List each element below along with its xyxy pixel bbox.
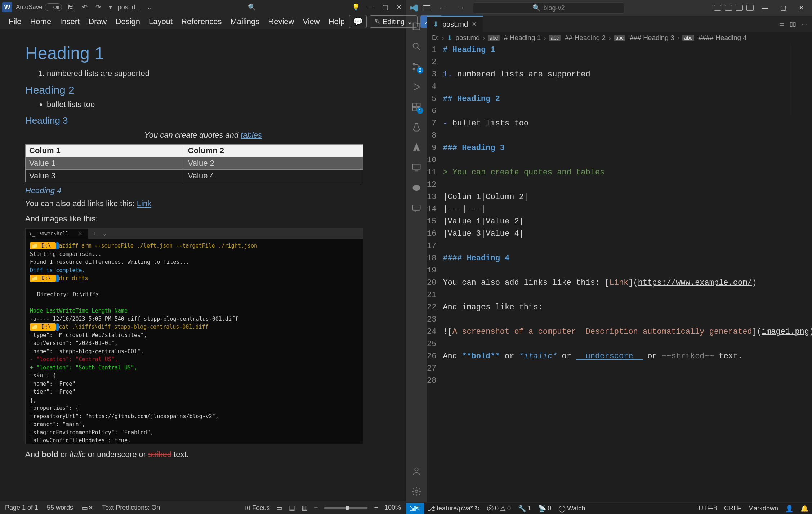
spellcheck-icon[interactable]: ▭✕ xyxy=(82,504,93,512)
code-content[interactable]: # Heading 1 1. numbered lists are suppor… xyxy=(443,44,812,502)
table-row: Value 1 Value 2 xyxy=(26,157,363,170)
minimap[interactable] xyxy=(790,44,812,116)
filename-chevron-icon[interactable]: ⌄ xyxy=(144,3,154,12)
sb-words[interactable]: 55 words xyxy=(47,504,73,511)
redo-icon[interactable]: ↷ xyxy=(93,3,103,12)
svg-point-12 xyxy=(415,490,418,493)
svg-rect-6 xyxy=(413,107,416,111)
sb-eol[interactable]: CRLF xyxy=(720,505,745,512)
menu-insert[interactable]: Insert xyxy=(55,15,84,28)
terminal-tab: ›_ PowerShell ✕ xyxy=(26,229,88,239)
editor-tab[interactable]: ⬇ post.md ✕ xyxy=(427,16,483,32)
source-control-icon[interactable]: 2 xyxy=(410,61,423,73)
sb-problems[interactable]: ⓧ 0 ⚠ 0 xyxy=(483,504,514,513)
menu-references[interactable]: References xyxy=(177,15,226,28)
zoom-out-button[interactable]: − xyxy=(314,504,318,511)
doc-ul-item: bullet lists too xyxy=(47,100,381,109)
menu-home[interactable]: Home xyxy=(26,15,55,28)
menu-review[interactable]: Review xyxy=(264,15,298,28)
hamburger-menu-icon[interactable] xyxy=(423,5,430,10)
code-editor[interactable]: 1 2 3 4 5 6 7 8 9 10 11 12 13 14 15 16 1… xyxy=(427,44,812,502)
svg-point-11 xyxy=(415,468,418,471)
menu-file[interactable]: File xyxy=(4,15,26,28)
search-icon[interactable] xyxy=(410,40,423,53)
nav-forward-button[interactable]: → xyxy=(454,2,468,14)
zoom-in-button[interactable]: + xyxy=(374,504,378,511)
layout-panel-icon[interactable] xyxy=(725,5,732,11)
remote-indicator[interactable]: ⇲⇱ xyxy=(406,503,424,514)
customize-qat-icon[interactable]: ▾ xyxy=(107,3,114,12)
minimize-button[interactable]: — xyxy=(366,3,376,12)
web-layout-icon[interactable]: ▦ xyxy=(302,504,308,512)
layout-customize-icon[interactable] xyxy=(746,5,754,11)
save-icon[interactable]: 🖫 xyxy=(66,3,76,12)
copilot-icon[interactable] xyxy=(410,182,423,194)
sb-page[interactable]: Page 1 of 1 xyxy=(5,504,38,511)
menu-mailings[interactable]: Mailings xyxy=(226,15,264,28)
vscode-app: ← → 🔍 blog-v2 — ▢ ✕ 2 1 xyxy=(406,0,812,514)
menu-help[interactable]: Help xyxy=(324,15,349,28)
sb-language[interactable]: Markdown xyxy=(745,505,782,512)
menu-view[interactable]: View xyxy=(298,15,324,28)
word-statusbar: Page 1 of 1 55 words ▭✕ Text Predictions… xyxy=(0,501,406,514)
azure-icon[interactable] xyxy=(410,141,423,154)
autosave-pill[interactable]: Off xyxy=(45,3,62,11)
line-number-gutter: 1 2 3 4 5 6 7 8 9 10 11 12 13 14 15 16 1… xyxy=(427,44,443,502)
sb-predictions[interactable]: Text Predictions: On xyxy=(102,504,160,511)
svg-point-1 xyxy=(413,63,415,65)
more-actions-icon[interactable]: ⋯ xyxy=(801,21,807,27)
table-header: Column 2 xyxy=(184,145,363,157)
table-header: Colum 1 xyxy=(26,145,184,157)
restore-button[interactable]: ▢ xyxy=(776,2,791,14)
sb-focus[interactable]: ⊞ Focus xyxy=(245,504,270,512)
word-app: W AutoSave Off 🖫 ↶ ↷ ▾ post.d... ⌄ 🔍 💡 —… xyxy=(0,0,406,514)
pencil-icon: ✎ xyxy=(374,17,380,26)
svg-rect-4 xyxy=(413,103,416,107)
settings-gear-icon[interactable] xyxy=(410,485,423,497)
zoom-slider[interactable] xyxy=(324,507,367,509)
document-filename[interactable]: post.d... xyxy=(118,4,141,11)
split-preview-icon[interactable]: ▭ xyxy=(779,21,785,27)
read-mode-icon[interactable]: ▭ xyxy=(276,504,282,512)
terminal-tabstrip: ›_ PowerShell ✕ + ⌄ xyxy=(26,228,363,239)
sb-zoom[interactable]: 100% xyxy=(384,504,401,511)
sb-encoding[interactable]: UTF-8 xyxy=(695,505,720,512)
sb-watch[interactable]: ◯ Watch xyxy=(555,505,589,513)
search-icon[interactable]: 🔍 xyxy=(246,3,258,12)
word-document[interactable]: Heading 1 numbered lists are supported H… xyxy=(0,29,406,501)
doc-embedded-image: ›_ PowerShell ✕ + ⌄ 📁 D:\ azdiff arm --s… xyxy=(25,228,363,444)
layout-secondary-sidebar-icon[interactable] xyxy=(736,5,743,11)
extensions-icon[interactable]: 1 xyxy=(410,101,423,113)
menu-design[interactable]: Design xyxy=(111,15,144,28)
minimize-button[interactable]: — xyxy=(757,2,772,14)
breadcrumb[interactable]: D:› ⬇ post.md› abc# Heading 1› abc## Hea… xyxy=(427,32,812,44)
undo-icon[interactable]: ↶ xyxy=(80,3,90,12)
accounts-icon[interactable] xyxy=(410,465,423,477)
menu-layout[interactable]: Layout xyxy=(144,15,177,28)
remote-explorer-icon[interactable] xyxy=(410,161,423,174)
close-button[interactable]: ✕ xyxy=(794,2,808,14)
sb-ports[interactable]: 🔧 1 xyxy=(514,505,535,513)
autosave-toggle[interactable]: AutoSave Off xyxy=(16,3,62,11)
layout-primary-sidebar-icon[interactable] xyxy=(714,5,721,11)
markdown-file-icon: ⬇ xyxy=(447,34,452,42)
command-center-search[interactable]: 🔍 blog-v2 xyxy=(473,2,624,14)
close-button[interactable]: ✕ xyxy=(394,3,404,12)
sb-notifications-icon[interactable]: 🔔 xyxy=(797,505,812,513)
sb-branch[interactable]: ⎇ feature/pwa* ↻ xyxy=(424,505,483,513)
print-layout-icon[interactable]: ▤ xyxy=(289,504,295,512)
nav-back-button[interactable]: ← xyxy=(436,2,449,14)
run-debug-icon[interactable] xyxy=(410,81,423,93)
restore-button[interactable]: ▢ xyxy=(380,3,391,12)
comments-button[interactable]: 💬 xyxy=(349,15,367,28)
explorer-icon[interactable] xyxy=(410,20,423,32)
doc-link[interactable]: Link xyxy=(137,199,151,208)
chat-icon[interactable] xyxy=(410,202,423,214)
sb-radio[interactable]: 📡 0 xyxy=(535,505,555,513)
testing-icon[interactable] xyxy=(410,121,423,133)
menu-draw[interactable]: Draw xyxy=(84,15,111,28)
lightbulb-icon[interactable]: 💡 xyxy=(350,3,362,12)
close-icon[interactable]: ✕ xyxy=(472,20,477,28)
sb-feedback-icon[interactable]: 👤 xyxy=(782,505,797,513)
split-editor-icon[interactable]: ▯▯ xyxy=(790,21,796,27)
